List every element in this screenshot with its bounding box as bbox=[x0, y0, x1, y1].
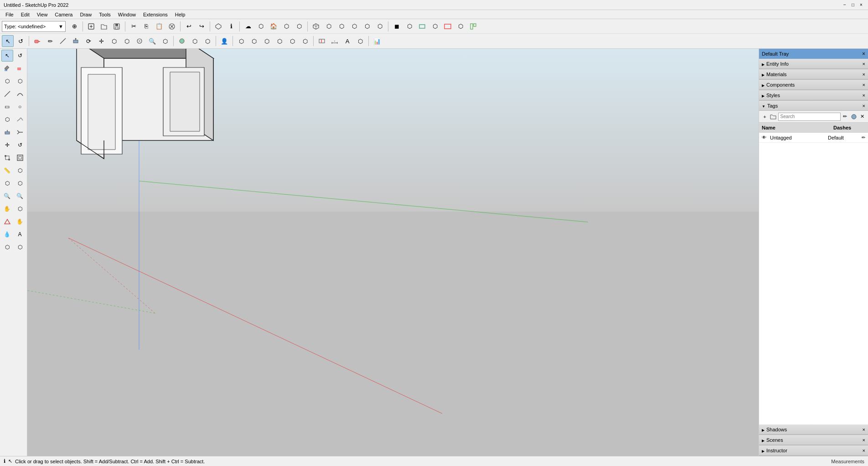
entity-info-close[interactable]: × bbox=[863, 61, 865, 67]
toolbar-btn-style2[interactable]: ⬡ bbox=[403, 21, 415, 32]
toolbar-btn-followme[interactable]: ⬡ bbox=[121, 35, 133, 47]
toolbar-btn-section[interactable] bbox=[316, 35, 328, 47]
toolbar-btn-solid2[interactable]: ⬡ bbox=[248, 35, 260, 47]
scenes-close[interactable]: × bbox=[863, 437, 865, 443]
toolbar-btn-sandbox2[interactable]: ⬡ bbox=[189, 35, 201, 47]
left-tool-eyedrop[interactable]: 💧 bbox=[1, 228, 13, 240]
menu-extensions[interactable]: Extensions bbox=[140, 11, 171, 18]
panel-close-icon[interactable]: × bbox=[862, 51, 865, 57]
tag-edit-pencil[interactable]: ✏ bbox=[862, 135, 865, 140]
minimize-button[interactable]: − bbox=[842, 2, 848, 8]
menu-camera[interactable]: Camera bbox=[51, 11, 76, 18]
toolbar-btn-text[interactable]: A bbox=[341, 35, 353, 47]
toolbar-btn-erase-tool[interactable] bbox=[31, 35, 43, 47]
toolbar-btn-solid6[interactable]: ⬡ bbox=[299, 35, 311, 47]
menu-file[interactable]: File bbox=[2, 11, 17, 18]
toolbar-btn-dim[interactable] bbox=[329, 35, 341, 47]
close-button[interactable]: × bbox=[858, 2, 864, 8]
left-tool-axes2[interactable]: ⬡ bbox=[1, 241, 13, 253]
toolbar-btn-solid1[interactable]: ⬡ bbox=[235, 35, 247, 47]
tag-visibility-icon[interactable]: 👁 bbox=[762, 135, 766, 140]
toolbar-btn-rotate[interactable]: ⟳ bbox=[83, 35, 94, 47]
toolbar-btn-copy[interactable]: ⎘ bbox=[140, 21, 152, 32]
left-tool-rotate[interactable]: ↺ bbox=[14, 139, 26, 151]
left-tool-scale[interactable] bbox=[1, 152, 13, 164]
left-tool-sandbox3[interactable] bbox=[1, 216, 13, 228]
toolbar-btn-new[interactable]: ⊕ bbox=[68, 21, 80, 32]
toolbar-btn-info[interactable]: ℹ bbox=[225, 21, 237, 32]
toolbar-btn-tape[interactable] bbox=[134, 35, 145, 47]
toolbar-btn-view5[interactable]: ⬡ bbox=[374, 21, 386, 32]
panel-section-styles-header[interactable]: Styles × bbox=[759, 90, 868, 100]
left-tool-line[interactable] bbox=[1, 88, 13, 100]
toolbar-btn-zoom-tool[interactable]: 🔍 bbox=[146, 35, 158, 47]
toolbar-btn-iso[interactable] bbox=[310, 21, 322, 32]
toolbar-btn-v1[interactable]: ⬡ bbox=[280, 21, 292, 32]
left-tool-erase[interactable] bbox=[14, 62, 26, 74]
panel-section-components-header[interactable]: Components × bbox=[759, 80, 868, 90]
left-tool-orbit[interactable]: ↺ bbox=[14, 50, 26, 62]
toolbar-btn-style1[interactable]: ◼ bbox=[391, 21, 403, 32]
tags-add-btn[interactable]: + bbox=[761, 112, 769, 121]
menu-help[interactable]: Help bbox=[171, 11, 189, 18]
toolbar-btn-solid3[interactable]: ⬡ bbox=[261, 35, 273, 47]
toolbar-btn-solid5[interactable]: ⬡ bbox=[286, 35, 298, 47]
panel-section-entity-info-header[interactable]: Entity Info × bbox=[759, 59, 868, 69]
toolbar-btn-v2[interactable]: ⬡ bbox=[293, 21, 305, 32]
toolbar-btn-warehouse[interactable]: ☁ bbox=[242, 21, 254, 32]
toolbar-btn-orbit[interactable]: ↺ bbox=[15, 35, 26, 47]
left-tool-dim[interactable]: ⬡ bbox=[14, 241, 26, 253]
tags-color-btn[interactable] bbox=[850, 112, 858, 121]
toolbar-btn-style4[interactable]: ⬡ bbox=[429, 21, 441, 32]
toolbar-btn-home[interactable]: 🏠 bbox=[268, 21, 279, 32]
status-info-icon[interactable]: ℹ bbox=[4, 458, 5, 464]
toolbar-btn-style5[interactable] bbox=[442, 21, 454, 32]
toolbar-btn-view2[interactable]: ⬡ bbox=[336, 21, 347, 32]
toolbar-btn-open[interactable] bbox=[98, 21, 110, 32]
menu-draw[interactable]: Draw bbox=[76, 11, 95, 18]
left-tool-select[interactable]: ↖ bbox=[1, 50, 13, 62]
left-tool-zoomext[interactable]: 🔍 bbox=[14, 190, 26, 202]
toolbar-btn-erase[interactable] bbox=[166, 21, 178, 32]
components-close[interactable]: × bbox=[863, 82, 865, 88]
menu-edit[interactable]: Edit bbox=[17, 11, 33, 18]
left-tool-group[interactable]: ⬡ bbox=[1, 75, 13, 87]
tags-edit-btn[interactable]: ✏ bbox=[842, 112, 849, 121]
panel-section-materials-header[interactable]: Materials × bbox=[759, 69, 868, 79]
toolbar-btn-undo[interactable]: ↩ bbox=[183, 21, 195, 32]
toolbar-btn-save[interactable] bbox=[111, 21, 123, 32]
toolbar-btn-scale[interactable]: ⬡ bbox=[108, 35, 120, 47]
menu-window[interactable]: Window bbox=[114, 11, 140, 18]
toolbar-btn-view4[interactable]: ⬡ bbox=[361, 21, 373, 32]
instructor-close[interactable]: × bbox=[863, 448, 865, 453]
toolbar-btn-person[interactable]: 👤 bbox=[218, 35, 230, 47]
left-tool-paint[interactable] bbox=[1, 62, 13, 74]
left-tool-sandbox4[interactable]: ✋ bbox=[14, 216, 26, 228]
toolbar-btn-ext[interactable] bbox=[467, 21, 479, 32]
scenes-header[interactable]: Scenes × bbox=[759, 435, 868, 445]
toolbar-btn-3d2[interactable]: ⬡ bbox=[255, 21, 267, 32]
toolbar-btn-move[interactable]: ✛ bbox=[95, 35, 107, 47]
left-tool-text[interactable]: A bbox=[14, 228, 26, 240]
left-tool-section[interactable]: ⬡ bbox=[1, 177, 13, 189]
shadows-header[interactable]: Shadows × bbox=[759, 425, 868, 435]
toolbar-btn-solid4[interactable]: ⬡ bbox=[274, 35, 285, 47]
maximize-button[interactable]: □ bbox=[850, 2, 856, 8]
left-tool-circle[interactable]: ○ bbox=[14, 101, 26, 113]
canvas-area[interactable] bbox=[27, 49, 759, 456]
instructor-header[interactable]: Instructor × bbox=[759, 445, 868, 456]
left-tool-protractor[interactable]: ⬡ bbox=[14, 165, 26, 176]
left-tool-followme[interactable] bbox=[14, 126, 26, 138]
toolbar-btn-3d[interactable] bbox=[212, 21, 224, 32]
left-tool-freehand[interactable] bbox=[14, 114, 26, 125]
toolbar-btn-view3[interactable]: ⬡ bbox=[348, 21, 360, 32]
tags-folder-btn[interactable] bbox=[770, 112, 777, 121]
tags-delete-btn[interactable]: ✕ bbox=[858, 112, 866, 121]
left-tool-move[interactable]: ✛ bbox=[1, 139, 13, 151]
styles-close[interactable]: × bbox=[863, 93, 865, 98]
menu-tools[interactable]: Tools bbox=[95, 11, 114, 18]
toolbar-btn-line[interactable] bbox=[57, 35, 69, 47]
left-tool-rect[interactable]: ▭ bbox=[1, 101, 13, 113]
tags-close[interactable]: × bbox=[863, 103, 865, 109]
tags-header[interactable]: Tags × bbox=[759, 101, 868, 111]
